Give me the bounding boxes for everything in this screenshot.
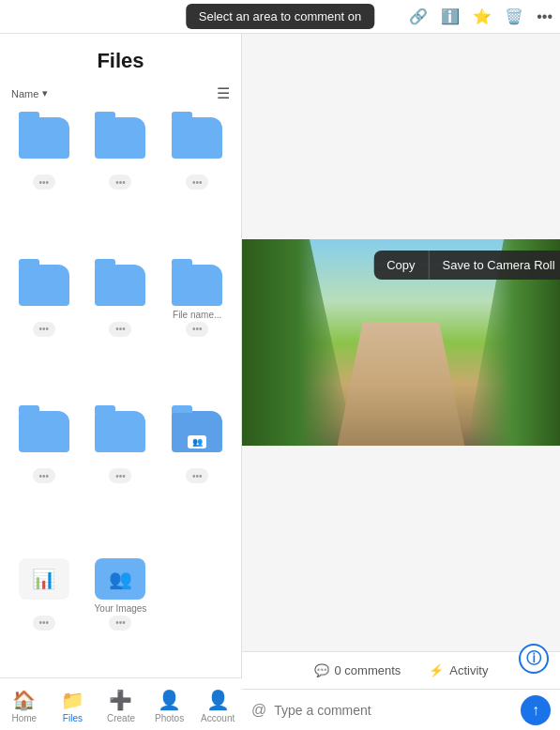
files-grid: ‌ ••• ‌ ••• ‌ ••• ‌ ••• ‌ ••• [0,110,241,697]
file-more-button[interactable]: ••• [186,175,208,190]
folder-icon [19,265,69,306]
folder-icon [172,265,222,306]
comments-button[interactable]: 💬 0 comments [314,663,401,677]
shared-folder-icon [172,411,222,452]
info-button[interactable]: ⓘ [519,644,549,674]
file-more-button[interactable]: ••• [186,468,208,483]
file-name: Your Images [86,603,156,614]
files-header: Files [0,34,241,81]
file-name: ‌ [162,162,232,173]
bottom-nav: 🏠 Home 📁 Files ➕ Create 👤 Photos 👤 Accou… [0,677,242,730]
at-icon: @ [251,702,266,719]
activity-label: Activity [449,663,488,677]
files-icon: 📁 [61,689,84,711]
file-more-button[interactable]: ••• [109,616,131,631]
file-name: File name... [162,310,232,320]
file-more-button[interactable]: ••• [186,322,208,337]
nav-item-account[interactable]: 👤 Account [193,685,242,723]
file-name: ‌ [86,162,156,173]
create-icon: ➕ [109,689,132,711]
shared-badge [188,435,206,449]
file-more-button[interactable]: ••• [33,322,55,337]
files-panel: Files Name ▾ ☰ ‌ ••• ‌ ••• ‌ [0,34,242,730]
comments-count: 0 comments [335,663,401,677]
file-more-button[interactable]: ••• [33,468,55,483]
list-item[interactable]: ‌ ••• [83,403,159,551]
list-item[interactable]: ‌ ••• [159,110,235,257]
list-item[interactable]: ‌ ••• [6,110,83,257]
list-item[interactable]: 📊 ‌ ••• [6,551,83,698]
sort-control[interactable]: Name ▾ [11,87,48,99]
tooltip-banner: Select an area to comment on [186,4,374,29]
nav-label-account: Account [201,713,235,723]
file-more-button[interactable]: ••• [109,175,131,190]
file-more-button[interactable]: ••• [33,616,55,631]
group-folder-icon: 👥 [95,558,145,600]
trash-icon[interactable]: 🗑️ [505,8,523,25]
account-icon: 👤 [206,689,230,711]
top-bar-actions: 🔗 ℹ️ ⭐ 🗑️ ••• [409,8,552,25]
folder-icon [19,411,69,452]
comment-input[interactable] [274,703,513,718]
activity-icon: ⚡ [429,663,444,677]
preview-panel: Copy Save to Camera Roll Open in... ⓘ 💬 … [242,34,560,730]
activity-button[interactable]: ⚡ Activity [429,663,488,677]
info-icon[interactable]: ℹ️ [441,8,460,25]
list-view-icon[interactable]: ☰ [217,84,230,102]
folder-icon [95,411,145,452]
comment-input-bar: @ ↑ [242,689,560,730]
nav-item-files[interactable]: 📁 Files [49,685,98,723]
nav-label-home: Home [11,713,37,723]
home-icon: 🏠 [12,689,36,711]
copy-menu-item[interactable]: Copy [373,251,429,280]
save-to-camera-roll-menu-item[interactable]: Save to Camera Roll [430,251,560,280]
info-icon: ⓘ [526,649,541,669]
context-menu: Copy Save to Camera Roll Open in... [373,251,560,280]
file-name: ‌ [9,603,79,614]
file-more-button[interactable]: ••• [109,322,131,337]
list-item[interactable]: ‌ ••• [83,257,159,404]
file-name: ‌ [9,456,79,466]
files-title: Files [11,49,230,73]
path [338,322,465,446]
list-item[interactable]: ‌ ••• [6,257,83,404]
nav-item-home[interactable]: 🏠 Home [0,685,49,723]
file-name: ‌ [86,310,156,320]
photos-icon: 👤 [158,689,181,711]
nav-item-create[interactable]: ➕ Create [97,685,145,723]
file-name: ‌ [9,162,79,173]
file-name: ‌ [9,310,79,320]
list-item[interactable]: File name... ••• [159,257,235,404]
audio-file-icon: 📊 [19,558,69,600]
sort-label: Name [11,88,38,99]
send-button[interactable]: ↑ [521,695,551,725]
nav-label-create: Create [107,713,135,723]
folder-icon [19,117,69,159]
list-item[interactable]: ‌ ••• [83,110,159,257]
files-toolbar: Name ▾ ☰ [0,81,241,110]
file-name: ‌ [86,456,156,466]
folder-icon [172,117,222,159]
preview-image-area: Copy Save to Camera Roll Open in... [242,34,560,651]
chevron-down-icon: ▾ [42,87,48,99]
more-icon[interactable]: ••• [537,8,552,25]
file-more-button[interactable]: ••• [109,468,131,483]
link-icon[interactable]: 🔗 [409,8,428,25]
comments-bar: 💬 0 comments ⚡ Activity [242,651,560,689]
star-icon[interactable]: ⭐ [473,8,492,25]
nav-label-files: Files [63,713,83,723]
file-name: ‌ [162,456,232,466]
tree-left [242,239,355,446]
list-item[interactable]: ‌ ••• [159,403,235,551]
send-icon: ↑ [532,702,539,719]
main-layout: Files Name ▾ ☰ ‌ ••• ‌ ••• ‌ [0,34,560,730]
file-more-button[interactable]: ••• [33,175,55,190]
preview-image[interactable]: Copy Save to Camera Roll Open in... [242,239,560,446]
list-item[interactable]: 👥 Your Images ••• [83,551,159,698]
nav-item-photos[interactable]: 👤 Photos [145,685,194,723]
list-item[interactable]: ‌ ••• [6,403,83,551]
nav-label-photos: Photos [155,713,184,723]
top-bar: Select an area to comment on 🔗 ℹ️ ⭐ 🗑️ •… [0,0,560,34]
folder-icon [95,117,145,159]
folder-icon [95,265,145,306]
